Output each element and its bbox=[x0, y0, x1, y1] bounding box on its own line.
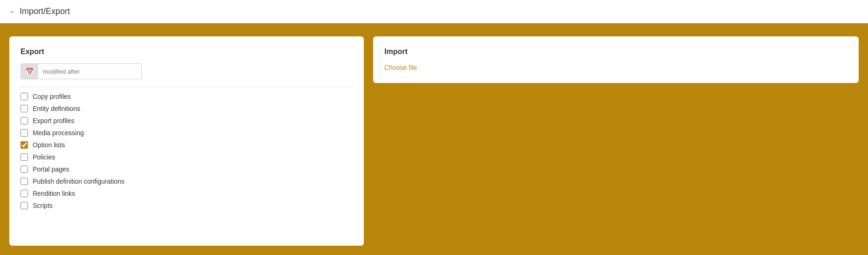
calendar-icon-button[interactable]: 📅 bbox=[21, 64, 38, 79]
checkbox-item-scripts[interactable]: Scripts bbox=[21, 202, 353, 209]
checkbox-label-rendition-links: Rendition links bbox=[33, 190, 75, 197]
checkbox-label-scripts: Scripts bbox=[33, 202, 53, 209]
checkbox-rendition-links[interactable] bbox=[21, 190, 28, 197]
checkbox-label-export-profiles: Export profiles bbox=[33, 117, 74, 124]
import-title: Import bbox=[384, 48, 847, 56]
gold-bar bbox=[0, 23, 868, 27]
export-title: Export bbox=[21, 48, 353, 56]
import-card: Import Choose file bbox=[373, 36, 859, 83]
checkbox-item-publish-definition-configs[interactable]: Publish definition configurations bbox=[21, 178, 353, 185]
checkbox-label-portal-pages: Portal pages bbox=[33, 165, 69, 173]
checkbox-label-copy-profiles: Copy profiles bbox=[33, 93, 71, 100]
checkbox-label-media-processing: Media processing bbox=[33, 129, 84, 137]
choose-file-button[interactable]: Choose file bbox=[384, 64, 417, 71]
checkbox-label-policies: Policies bbox=[33, 153, 55, 161]
date-input-row: 📅 bbox=[21, 63, 142, 79]
checkbox-item-portal-pages[interactable]: Portal pages bbox=[21, 165, 353, 173]
checkbox-item-media-processing[interactable]: Media processing bbox=[21, 129, 353, 137]
checkbox-label-entity-definitions: Entity definitions bbox=[33, 105, 80, 112]
checkbox-policies[interactable] bbox=[21, 153, 28, 161]
checkbox-item-export-profiles[interactable]: Export profiles bbox=[21, 117, 353, 124]
checkbox-list: Copy profilesEntity definitionsExport pr… bbox=[21, 93, 353, 209]
back-arrow-icon: ← bbox=[9, 8, 16, 15]
checkbox-label-publish-definition-configs: Publish definition configurations bbox=[33, 178, 125, 185]
checkbox-export-profiles[interactable] bbox=[21, 117, 28, 124]
checkbox-item-policies[interactable]: Policies bbox=[21, 153, 353, 161]
divider bbox=[21, 87, 353, 87]
top-bar: ← Import/Export bbox=[0, 0, 868, 23]
back-button[interactable]: ← bbox=[9, 8, 16, 15]
modified-after-input[interactable] bbox=[38, 64, 141, 79]
checkbox-option-lists[interactable] bbox=[21, 141, 28, 149]
checkbox-item-entity-definitions[interactable]: Entity definitions bbox=[21, 105, 353, 112]
checkbox-scripts[interactable] bbox=[21, 202, 28, 209]
checkbox-copy-profiles[interactable] bbox=[21, 93, 28, 100]
calendar-icon: 📅 bbox=[26, 68, 34, 75]
checkbox-entity-definitions[interactable] bbox=[21, 105, 28, 112]
checkbox-media-processing[interactable] bbox=[21, 129, 28, 137]
checkbox-item-rendition-links[interactable]: Rendition links bbox=[21, 190, 353, 197]
page-title: Import/Export bbox=[20, 7, 70, 16]
checkbox-item-copy-profiles[interactable]: Copy profiles bbox=[21, 93, 353, 100]
export-card: Export 📅 Copy profilesEntity definitions… bbox=[9, 36, 364, 246]
checkbox-publish-definition-configs[interactable] bbox=[21, 178, 28, 185]
checkbox-item-option-lists[interactable]: Option lists bbox=[21, 141, 353, 149]
checkbox-portal-pages[interactable] bbox=[21, 165, 28, 173]
checkbox-label-option-lists: Option lists bbox=[33, 141, 65, 149]
main-content: Export 📅 Copy profilesEntity definitions… bbox=[0, 27, 868, 255]
